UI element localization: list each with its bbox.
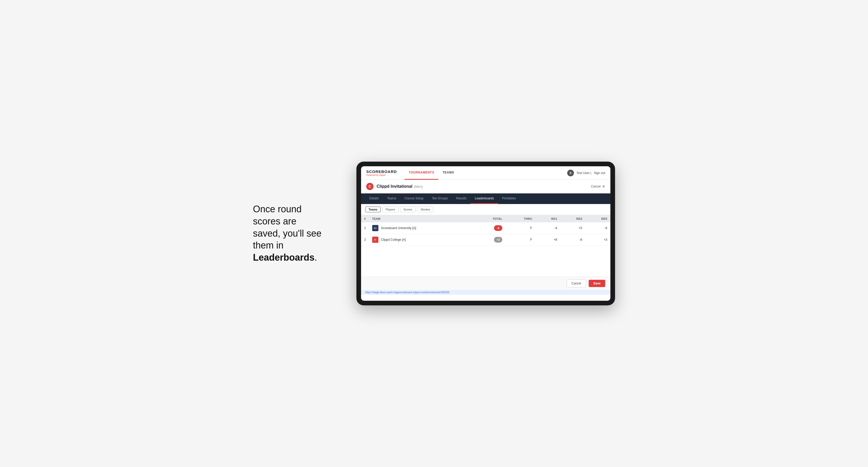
tab-results[interactable]: Results <box>452 193 470 204</box>
tab-printables[interactable]: Printables <box>498 193 520 204</box>
col-rank: # <box>361 215 369 222</box>
col-team: TEAM <box>369 215 473 222</box>
intro-text: Once round scores are saved, you'll see … <box>253 203 336 264</box>
nav-right: S Test User | Sign out <box>567 169 605 176</box>
team-logo: C <box>372 237 378 243</box>
rd1-cell: +8 <box>535 234 560 246</box>
col-total: TOTAL <box>473 215 505 222</box>
team-cell: SUScoreboard University [A] <box>369 222 473 234</box>
close-icon[interactable]: ✕ <box>602 184 605 188</box>
logo-area: SCOREBOARD Powered by clippd <box>366 169 397 176</box>
filter-bar: Teams Players Scores Strokes <box>361 204 610 215</box>
total-cell: -5 <box>473 222 505 234</box>
total-cell: +3 <box>473 234 505 246</box>
tab-tee-groups[interactable]: Tee Groups <box>428 193 452 204</box>
sub-tabs: Details Teams Course Setup Tee Groups Re… <box>361 193 610 204</box>
rd2-cell: +5 <box>560 222 585 234</box>
nav-teams[interactable]: TEAMS <box>438 166 458 180</box>
tab-leaderboards[interactable]: Leaderboards <box>470 193 498 204</box>
tab-details[interactable]: Details <box>365 193 383 204</box>
filter-players[interactable]: Players <box>382 207 399 212</box>
tournament-icon: C <box>366 183 373 190</box>
sign-out-link[interactable]: Sign out <box>594 171 605 175</box>
footer-bar: Cancel Save <box>361 277 610 290</box>
intro-line4: them in <box>253 240 283 251</box>
intro-period: . <box>314 252 317 263</box>
col-thru: THRU <box>505 215 535 222</box>
filter-teams[interactable]: Teams <box>365 207 381 212</box>
nav-tournaments[interactable]: TOURNAMENTS <box>404 166 438 180</box>
tab-teams[interactable]: Teams <box>383 193 400 204</box>
logo-sub: Powered by clippd <box>366 174 397 176</box>
intro-line2: scores are <box>253 216 297 226</box>
rd3-cell: +3 <box>585 234 610 246</box>
cancel-button[interactable]: Cancel <box>567 280 586 287</box>
rank-cell: 2 <box>361 234 369 246</box>
tournament-header: C Clippd Invitational (Men) Cancel ✕ <box>361 180 610 193</box>
rd2-cell: -8 <box>560 234 585 246</box>
table-row: 2CClippd College [A]+3F+8-8+3 <box>361 234 610 246</box>
tab-course-setup[interactable]: Course Setup <box>400 193 428 204</box>
rd1-cell: -4 <box>535 222 560 234</box>
status-url: https://stage-blue-coach.stagescoeboard.… <box>365 291 450 294</box>
rank-cell: 1 <box>361 222 369 234</box>
team-cell: CClippd College [A] <box>369 234 473 246</box>
user-name: Test User | <box>577 171 591 175</box>
user-avatar: S <box>567 169 574 176</box>
tournament-cancel[interactable]: Cancel ✕ <box>591 184 605 188</box>
rd3-cell: -6 <box>585 222 610 234</box>
col-rd3: RD3 <box>585 215 610 222</box>
thru-cell: F <box>505 222 535 234</box>
team-logo: SU <box>372 225 378 231</box>
table-row: 1SUScoreboard University [A]-5F-4+5-6 <box>361 222 610 234</box>
filter-strokes[interactable]: Strokes <box>417 207 433 212</box>
tablet-screen: SCOREBOARD Powered by clippd TOURNAMENTS… <box>361 166 610 301</box>
tournament-title: Clippd Invitational <box>377 184 412 189</box>
team-name: Scoreboard University [A] <box>381 226 416 230</box>
col-rd2: RD2 <box>560 215 585 222</box>
leaderboard-table: # TEAM TOTAL THRU RD1 RD2 RD3 1SUScorebo… <box>361 215 610 246</box>
thru-cell: F <box>505 234 535 246</box>
intro-line3: saved, you'll see <box>253 228 321 239</box>
logo-text: SCOREBOARD <box>366 169 397 174</box>
score-badge: -5 <box>494 225 502 231</box>
score-badge: +3 <box>494 237 502 243</box>
save-button[interactable]: Save <box>589 280 605 287</box>
tournament-subtitle: (Men) <box>414 185 423 188</box>
intro-line1: Once round <box>253 204 302 214</box>
nav-links: TOURNAMENTS TEAMS <box>404 166 567 180</box>
spacer <box>361 246 610 277</box>
navbar: SCOREBOARD Powered by clippd TOURNAMENTS… <box>361 166 610 180</box>
intro-line5-bold: Leaderboards <box>253 252 314 263</box>
tablet-frame: SCOREBOARD Powered by clippd TOURNAMENTS… <box>356 162 615 305</box>
team-name: Clippd College [A] <box>381 238 406 242</box>
filter-scores[interactable]: Scores <box>400 207 416 212</box>
col-rd1: RD1 <box>535 215 560 222</box>
status-bar: https://stage-blue-coach.stagescoeboard.… <box>361 290 610 295</box>
